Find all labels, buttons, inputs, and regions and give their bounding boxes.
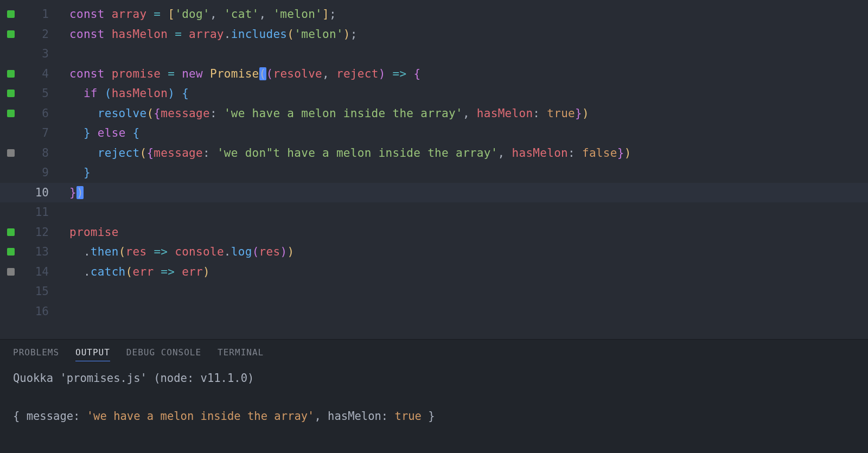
code-line[interactable]: 13 .then(res => console.log(res)) bbox=[0, 242, 868, 262]
code-line[interactable]: 7 } else { bbox=[0, 123, 868, 143]
code-line[interactable]: 1 const array = ['dog', 'cat', 'melon']; bbox=[0, 4, 868, 24]
coverage-indicator bbox=[0, 10, 22, 18]
line-number: 1 bbox=[22, 8, 49, 21]
coverage-indicator bbox=[0, 110, 22, 117]
line-number: 3 bbox=[22, 47, 49, 60]
code-content[interactable]: const promise = new Promise((resolve, re… bbox=[49, 67, 420, 80]
coverage-indicator bbox=[0, 149, 22, 157]
line-number: 5 bbox=[22, 87, 49, 100]
output-content[interactable]: Quokka 'promises.js' (node: v11.1.0) { m… bbox=[0, 367, 868, 428]
code-content[interactable]: promise bbox=[49, 226, 119, 239]
code-content[interactable]: } else { bbox=[49, 126, 139, 139]
code-editor[interactable]: 1 const array = ['dog', 'cat', 'melon'];… bbox=[0, 0, 868, 339]
tab-output[interactable]: OUTPUT bbox=[75, 347, 110, 361]
code-content[interactable]: const hasMelon = array.includes('melon')… bbox=[49, 28, 358, 41]
code-line[interactable]: 6 resolve({message: 'we have a melon ins… bbox=[0, 104, 868, 124]
code-line[interactable]: 3 bbox=[0, 44, 868, 64]
code-line-current[interactable]: 10 }) bbox=[0, 183, 868, 203]
line-number: 10 bbox=[22, 186, 49, 199]
code-content[interactable]: const array = ['dog', 'cat', 'melon']; bbox=[49, 8, 336, 21]
coverage-indicator bbox=[0, 90, 22, 97]
line-number: 8 bbox=[22, 146, 49, 159]
coverage-indicator bbox=[0, 70, 22, 78]
line-number: 13 bbox=[22, 245, 49, 258]
code-content[interactable]: .catch(err => err) bbox=[49, 265, 210, 278]
code-content[interactable]: reject({message: 'we don"t have a melon … bbox=[49, 146, 631, 159]
code-content[interactable]: if (hasMelon) { bbox=[49, 87, 189, 100]
line-number: 7 bbox=[22, 126, 49, 139]
code-content[interactable]: resolve({message: 'we have a melon insid… bbox=[49, 107, 589, 120]
code-line[interactable]: 2 const hasMelon = array.includes('melon… bbox=[0, 24, 868, 44]
code-line[interactable]: 12 promise bbox=[0, 222, 868, 243]
bottom-panel: PROBLEMS OUTPUT DEBUG CONSOLE TERMINAL Q… bbox=[0, 339, 868, 453]
code-line[interactable]: 14 .catch(err => err) bbox=[0, 262, 868, 282]
code-content[interactable]: } bbox=[49, 166, 91, 179]
tab-debug-console[interactable]: DEBUG CONSOLE bbox=[126, 347, 201, 361]
panel-tabs: PROBLEMS OUTPUT DEBUG CONSOLE TERMINAL bbox=[0, 340, 868, 367]
output-result: { message: 'we have a melon inside the a… bbox=[13, 407, 855, 426]
coverage-indicator bbox=[0, 248, 22, 256]
line-number: 15 bbox=[22, 285, 49, 298]
output-header: Quokka 'promises.js' (node: v11.1.0) bbox=[13, 369, 855, 388]
line-number: 11 bbox=[22, 206, 49, 219]
coverage-indicator bbox=[0, 268, 22, 276]
line-number: 9 bbox=[22, 166, 49, 179]
coverage-indicator bbox=[0, 228, 22, 236]
code-content[interactable]: .then(res => console.log(res)) bbox=[49, 245, 294, 258]
line-number: 16 bbox=[22, 305, 49, 318]
output-blank bbox=[13, 388, 855, 407]
line-number: 12 bbox=[22, 226, 49, 239]
code-line[interactable]: 15 bbox=[0, 282, 868, 302]
code-line[interactable]: 5 if (hasMelon) { bbox=[0, 84, 868, 104]
line-number: 4 bbox=[22, 67, 49, 80]
code-line[interactable]: 9 } bbox=[0, 163, 868, 183]
code-line[interactable]: 16 bbox=[0, 302, 868, 322]
tab-terminal[interactable]: TERMINAL bbox=[218, 347, 264, 361]
code-content[interactable]: }) bbox=[49, 186, 84, 199]
line-number: 14 bbox=[22, 265, 49, 278]
tab-problems[interactable]: PROBLEMS bbox=[13, 347, 59, 361]
line-number: 6 bbox=[22, 107, 49, 120]
code-line[interactable]: 11 bbox=[0, 202, 868, 222]
line-number: 2 bbox=[22, 28, 49, 41]
code-line[interactable]: 8 reject({message: 'we don"t have a melo… bbox=[0, 143, 868, 163]
coverage-indicator bbox=[0, 30, 22, 38]
code-line[interactable]: 4 const promise = new Promise((resolve, … bbox=[0, 64, 868, 84]
